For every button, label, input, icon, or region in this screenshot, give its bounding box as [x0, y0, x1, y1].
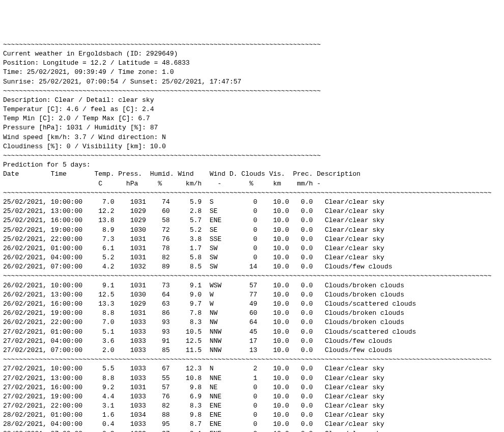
line: 26/02/2021, 16:00:00 13.3 1029 63 9.7 W …: [3, 300, 501, 309]
separator: ~~~~~~~~~~~~~~~~~~~~~~~~~~~~~~~~~~~~~~~~…: [3, 188, 501, 198]
line: C hPa % km/h - % km mm/h -: [3, 179, 501, 188]
line: Wind speed [km/h: 3.7 / Wind direction: …: [3, 133, 501, 142]
weather-report: ~~~~~~~~~~~~~~~~~~~~~~~~~~~~~~~~~~~~~~~~…: [3, 40, 501, 432]
line: 28/02/2021, 01:00:00 1.6 1034 88 9.8 ENE…: [3, 411, 501, 420]
line: 26/02/2021, 07:00:00 4.2 1032 89 8.5 SW …: [3, 262, 501, 272]
line: 27/02/2021, 01:00:00 5.1 1033 93 10.5 NN…: [3, 328, 501, 337]
line: Prediction for 5 days:: [3, 160, 501, 170]
line: Time: 25/02/2021, 09:39:49 / Time zone: …: [3, 68, 501, 77]
line: 27/02/2021, 19:00:00 4.4 1033 76 6.9 NNE…: [3, 392, 501, 401]
line: 28/02/2021, 07:00:00 -0.3 1033 97 9.1 EN…: [3, 429, 501, 432]
line: 27/02/2021, 16:00:00 9.2 1031 57 9.8 NE …: [3, 383, 501, 392]
line: Position: Longitude = 12.2 / Latitude = …: [3, 59, 501, 68]
separator: ~~~~~~~~~~~~~~~~~~~~~~~~~~~~~~~~~~~~~~~~…: [3, 87, 501, 96]
line: Temp Min [C]: 2.0 / Temp Max [C]: 6.7: [3, 114, 501, 123]
line: Date Time Temp. Press. Humid. Wind Wind …: [3, 170, 501, 179]
line: 28/02/2021, 04:00:00 0.4 1033 95 8.7 ENE…: [3, 420, 501, 429]
separator: ~~~~~~~~~~~~~~~~~~~~~~~~~~~~~~~~~~~~~~~~…: [3, 355, 501, 364]
separator: ~~~~~~~~~~~~~~~~~~~~~~~~~~~~~~~~~~~~~~~~…: [3, 40, 501, 49]
separator: ~~~~~~~~~~~~~~~~~~~~~~~~~~~~~~~~~~~~~~~~…: [3, 272, 501, 281]
line: 26/02/2021, 04:00:00 5.2 1031 82 5.8 SW …: [3, 253, 501, 262]
line: 26/02/2021, 10:00:00 9.1 1031 73 9.1 WSW…: [3, 281, 501, 290]
line: 26/02/2021, 01:00:00 6.1 1031 78 1.7 SW …: [3, 244, 501, 253]
line: 27/02/2021, 07:00:00 2.0 1033 85 11.5 NN…: [3, 346, 501, 355]
line: Sunrise: 25/02/2021, 07:00:54 / Sunset: …: [3, 77, 501, 87]
line: 27/02/2021, 04:00:00 3.6 1033 91 12.5 NN…: [3, 337, 501, 346]
line: 27/02/2021, 13:00:00 8.8 1033 55 10.8 NN…: [3, 374, 501, 383]
line: 25/02/2021, 10:00:00 7.0 1031 74 5.9 S 0…: [3, 198, 501, 207]
separator: ~~~~~~~~~~~~~~~~~~~~~~~~~~~~~~~~~~~~~~~~…: [3, 151, 501, 160]
line: 25/02/2021, 16:00:00 13.8 1029 58 5.7 EN…: [3, 216, 501, 225]
line: 27/02/2021, 22:00:00 3.1 1033 82 8.3 ENE…: [3, 401, 501, 411]
line: 25/02/2021, 22:00:00 7.3 1031 76 3.8 SSE…: [3, 235, 501, 244]
line: Cloudiness [%]: 0 / Visibility [km]: 10.…: [3, 142, 501, 151]
line: Current weather in Ergoldsbach (ID: 2929…: [3, 49, 501, 59]
line: 27/02/2021, 10:00:00 5.5 1033 67 12.3 N …: [3, 364, 501, 373]
line: Temperatur [C]: 4.6 / feel as [C]: 2.4: [3, 105, 501, 114]
line: 26/02/2021, 19:00:00 8.8 1031 86 7.8 NW …: [3, 309, 501, 318]
line: Description: Clear / Detail: clear sky: [3, 96, 501, 105]
line: Pressure [hPa]: 1031 / Humidity [%]: 87: [3, 123, 501, 132]
line: 26/02/2021, 13:00:00 12.5 1030 64 9.0 W …: [3, 290, 501, 300]
line: 25/02/2021, 13:00:00 12.2 1029 60 2.8 SE…: [3, 207, 501, 216]
line: 26/02/2021, 22:00:00 7.0 1033 93 8.3 NW …: [3, 318, 501, 327]
line: 25/02/2021, 19:00:00 8.9 1030 72 5.2 SE …: [3, 226, 501, 235]
